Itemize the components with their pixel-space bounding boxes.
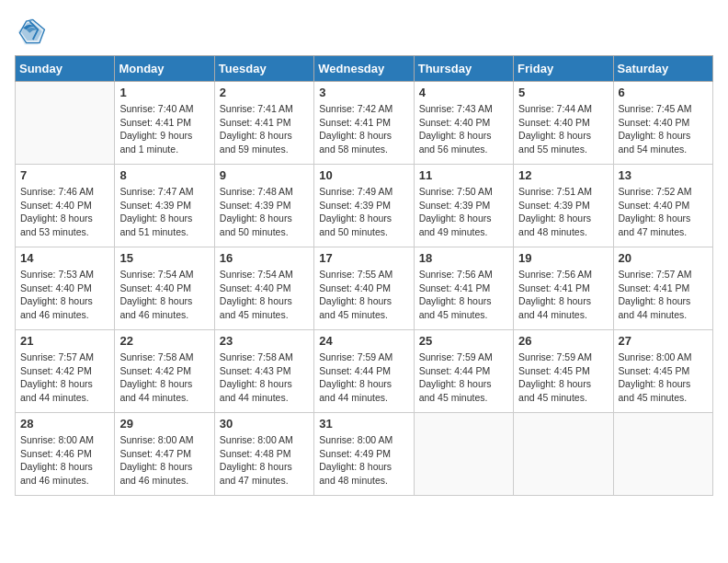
- day-number: 3: [319, 86, 408, 99]
- logo-icon: [15, 15, 48, 48]
- calendar-cell: 28Sunrise: 8:00 AMSunset: 4:46 PMDayligh…: [16, 413, 115, 496]
- calendar-cell: 4Sunrise: 7:43 AMSunset: 4:40 PMDaylight…: [414, 82, 513, 165]
- day-number: 5: [518, 86, 608, 99]
- cell-info: Sunrise: 7:57 AMSunset: 4:41 PMDaylight:…: [619, 268, 708, 322]
- week-row-1: 1Sunrise: 7:40 AMSunset: 4:41 PMDaylight…: [16, 82, 713, 165]
- cell-info: Sunrise: 7:45 AMSunset: 4:40 PMDaylight:…: [619, 102, 708, 156]
- day-number: 21: [20, 334, 109, 348]
- calendar-cell: 29Sunrise: 8:00 AMSunset: 4:47 PMDayligh…: [115, 413, 214, 496]
- calendar-cell: 16Sunrise: 7:54 AMSunset: 4:40 PMDayligh…: [214, 247, 313, 330]
- day-number: 10: [319, 168, 408, 182]
- cell-info: Sunrise: 7:56 AMSunset: 4:41 PMDaylight:…: [419, 268, 508, 322]
- day-number: 19: [518, 251, 608, 265]
- cell-info: Sunrise: 7:40 AMSunset: 4:41 PMDaylight:…: [119, 102, 209, 156]
- week-row-4: 21Sunrise: 7:57 AMSunset: 4:42 PMDayligh…: [16, 330, 713, 413]
- cell-info: Sunrise: 7:57 AMSunset: 4:42 PMDaylight:…: [20, 350, 109, 405]
- cell-info: Sunrise: 7:59 AMSunset: 4:45 PMDaylight:…: [518, 350, 608, 405]
- cell-info: Sunrise: 7:50 AMSunset: 4:39 PMDaylight:…: [419, 185, 508, 239]
- week-row-5: 28Sunrise: 8:00 AMSunset: 4:46 PMDayligh…: [16, 413, 713, 496]
- cell-info: Sunrise: 7:55 AMSunset: 4:40 PMDaylight:…: [319, 268, 408, 322]
- day-number: 27: [619, 334, 708, 348]
- day-number: 26: [518, 334, 608, 348]
- logo: [15, 15, 51, 48]
- day-number: 8: [119, 168, 209, 182]
- calendar-cell: [414, 413, 513, 496]
- cell-info: Sunrise: 7:44 AMSunset: 4:40 PMDaylight:…: [518, 102, 608, 156]
- cell-info: Sunrise: 7:49 AMSunset: 4:39 PMDaylight:…: [319, 185, 408, 239]
- cell-info: Sunrise: 8:00 AMSunset: 4:45 PMDaylight:…: [619, 350, 708, 405]
- calendar-cell: 12Sunrise: 7:51 AMSunset: 4:39 PMDayligh…: [514, 165, 613, 247]
- calendar-cell: [613, 413, 712, 496]
- day-number: 23: [220, 334, 309, 348]
- day-number: 16: [220, 251, 309, 265]
- calendar-cell: 8Sunrise: 7:47 AMSunset: 4:39 PMDaylight…: [115, 165, 214, 247]
- day-number: 24: [319, 334, 408, 348]
- day-number: 20: [619, 251, 708, 265]
- cell-info: Sunrise: 7:58 AMSunset: 4:42 PMDaylight:…: [119, 350, 209, 405]
- calendar-cell: 31Sunrise: 8:00 AMSunset: 4:49 PMDayligh…: [314, 413, 414, 496]
- calendar-cell: 24Sunrise: 7:59 AMSunset: 4:44 PMDayligh…: [314, 330, 414, 413]
- cell-info: Sunrise: 7:47 AMSunset: 4:39 PMDaylight:…: [119, 185, 209, 239]
- cell-info: Sunrise: 8:00 AMSunset: 4:46 PMDaylight:…: [20, 433, 109, 488]
- cell-info: Sunrise: 7:41 AMSunset: 4:41 PMDaylight:…: [220, 102, 309, 156]
- cell-info: Sunrise: 8:00 AMSunset: 4:49 PMDaylight:…: [319, 433, 408, 488]
- calendar-cell: 2Sunrise: 7:41 AMSunset: 4:41 PMDaylight…: [214, 82, 313, 165]
- cell-info: Sunrise: 7:59 AMSunset: 4:44 PMDaylight:…: [319, 350, 408, 405]
- calendar-cell: [16, 82, 115, 165]
- calendar-cell: 3Sunrise: 7:42 AMSunset: 4:41 PMDaylight…: [314, 82, 414, 165]
- calendar-cell: 15Sunrise: 7:54 AMSunset: 4:40 PMDayligh…: [115, 247, 214, 330]
- cell-info: Sunrise: 8:00 AMSunset: 4:48 PMDaylight:…: [220, 433, 309, 488]
- day-number: 13: [619, 168, 708, 182]
- calendar-cell: 11Sunrise: 7:50 AMSunset: 4:39 PMDayligh…: [414, 165, 513, 247]
- week-row-3: 14Sunrise: 7:53 AMSunset: 4:40 PMDayligh…: [16, 247, 713, 330]
- day-number: 4: [419, 86, 508, 99]
- calendar-cell: 9Sunrise: 7:48 AMSunset: 4:39 PMDaylight…: [214, 165, 313, 247]
- calendar-cell: 30Sunrise: 8:00 AMSunset: 4:48 PMDayligh…: [214, 413, 313, 496]
- calendar-cell: 14Sunrise: 7:53 AMSunset: 4:40 PMDayligh…: [16, 247, 115, 330]
- cell-info: Sunrise: 7:54 AMSunset: 4:40 PMDaylight:…: [119, 268, 209, 322]
- calendar-cell: 21Sunrise: 7:57 AMSunset: 4:42 PMDayligh…: [16, 330, 115, 413]
- cell-info: Sunrise: 7:59 AMSunset: 4:44 PMDaylight:…: [419, 350, 508, 405]
- weekday-header-friday: Friday: [514, 56, 613, 82]
- calendar-cell: 13Sunrise: 7:52 AMSunset: 4:40 PMDayligh…: [613, 165, 712, 247]
- calendar-cell: 27Sunrise: 8:00 AMSunset: 4:45 PMDayligh…: [613, 330, 712, 413]
- calendar-cell: 6Sunrise: 7:45 AMSunset: 4:40 PMDaylight…: [613, 82, 712, 165]
- calendar-cell: 22Sunrise: 7:58 AMSunset: 4:42 PMDayligh…: [115, 330, 214, 413]
- weekday-header-thursday: Thursday: [414, 56, 513, 82]
- weekday-header-monday: Monday: [115, 56, 214, 82]
- weekday-header-sunday: Sunday: [16, 56, 115, 82]
- day-number: 2: [220, 86, 309, 99]
- cell-info: Sunrise: 7:42 AMSunset: 4:41 PMDaylight:…: [319, 102, 408, 156]
- cell-info: Sunrise: 8:00 AMSunset: 4:47 PMDaylight:…: [119, 433, 209, 488]
- day-number: 18: [419, 251, 508, 265]
- day-number: 25: [419, 334, 508, 348]
- calendar-cell: [514, 413, 613, 496]
- calendar-cell: 18Sunrise: 7:56 AMSunset: 4:41 PMDayligh…: [414, 247, 513, 330]
- day-number: 31: [319, 417, 408, 431]
- calendar-cell: 1Sunrise: 7:40 AMSunset: 4:41 PMDaylight…: [115, 82, 214, 165]
- cell-info: Sunrise: 7:46 AMSunset: 4:40 PMDaylight:…: [20, 185, 109, 239]
- day-number: 12: [518, 168, 608, 182]
- cell-info: Sunrise: 7:48 AMSunset: 4:39 PMDaylight:…: [220, 185, 309, 239]
- day-number: 29: [119, 417, 209, 431]
- calendar-cell: 19Sunrise: 7:56 AMSunset: 4:41 PMDayligh…: [514, 247, 613, 330]
- weekday-header-wednesday: Wednesday: [314, 56, 414, 82]
- page-header: [15, 15, 713, 48]
- calendar-cell: 17Sunrise: 7:55 AMSunset: 4:40 PMDayligh…: [314, 247, 414, 330]
- day-number: 1: [119, 86, 209, 99]
- day-number: 9: [220, 168, 309, 182]
- week-row-2: 7Sunrise: 7:46 AMSunset: 4:40 PMDaylight…: [16, 165, 713, 247]
- calendar-cell: 7Sunrise: 7:46 AMSunset: 4:40 PMDaylight…: [16, 165, 115, 247]
- cell-info: Sunrise: 7:51 AMSunset: 4:39 PMDaylight:…: [518, 185, 608, 239]
- cell-info: Sunrise: 7:54 AMSunset: 4:40 PMDaylight:…: [220, 268, 309, 322]
- day-number: 11: [419, 168, 508, 182]
- calendar-cell: 5Sunrise: 7:44 AMSunset: 4:40 PMDaylight…: [514, 82, 613, 165]
- weekday-header-tuesday: Tuesday: [214, 56, 313, 82]
- calendar-cell: 26Sunrise: 7:59 AMSunset: 4:45 PMDayligh…: [514, 330, 613, 413]
- day-number: 6: [619, 86, 708, 99]
- cell-info: Sunrise: 7:52 AMSunset: 4:40 PMDaylight:…: [619, 185, 708, 239]
- day-number: 17: [319, 251, 408, 265]
- calendar-cell: 10Sunrise: 7:49 AMSunset: 4:39 PMDayligh…: [314, 165, 414, 247]
- cell-info: Sunrise: 7:53 AMSunset: 4:40 PMDaylight:…: [20, 268, 109, 322]
- day-number: 15: [119, 251, 209, 265]
